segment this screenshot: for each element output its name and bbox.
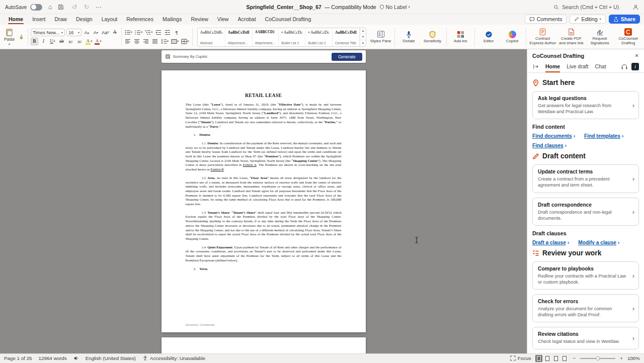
tab-references[interactable]: References [122, 15, 158, 25]
zoom-slider[interactable] [580, 355, 615, 361]
style-attachment-2[interactable]: AABBCCD1 Attachment... [253, 28, 279, 46]
shading-button[interactable]: ▾ [171, 38, 179, 45]
tab-mailings[interactable]: Mailings [158, 15, 187, 25]
copilot-button[interactable]: Copilot [501, 30, 524, 44]
superscript-button[interactable]: x2 [76, 38, 84, 45]
change-case-button[interactable]: Aa▾ [101, 29, 110, 36]
panel-tab-live-draft[interactable]: Live draft [567, 61, 588, 72]
link-find-documents[interactable]: Find documents› [532, 133, 575, 139]
collapse-panel-icon[interactable] [532, 63, 539, 70]
editing-mode-button[interactable]: Editing ▾ [570, 15, 605, 24]
style-bullet-list-1[interactable]: • AaBbCcDc Bullet List 1 [279, 28, 305, 46]
font-size-select[interactable]: 16▾ [66, 29, 82, 36]
card-ask-legal-questions[interactable]: Ask legal questions Get answers for lega… [532, 91, 639, 119]
tab-layout[interactable]: Layout [97, 15, 122, 25]
styles-pane-button[interactable]: Styles Pane [369, 30, 392, 44]
view-web-layout-icon[interactable] [544, 355, 551, 362]
gallery-up-icon[interactable]: ▲ [360, 28, 366, 34]
panel-tab-chat[interactable]: Chat [595, 61, 606, 72]
accessibility-status[interactable]: Accessibility: Unavailable [142, 355, 205, 361]
increase-indent-button[interactable] [164, 29, 172, 36]
support-headset-icon[interactable] [621, 63, 628, 70]
account-icon[interactable] [632, 4, 639, 11]
italic-button[interactable]: I [40, 38, 47, 45]
tab-acrobat[interactable]: Acrobat [233, 15, 260, 25]
decrease-indent-button[interactable] [155, 29, 163, 36]
redo-icon[interactable]: ↻ [82, 4, 91, 11]
font-color-button[interactable]: A▾ [94, 38, 102, 45]
link-find-clauses[interactable]: Find clauses› [532, 143, 567, 148]
contract-express-author-button[interactable]: Contract Express Author [529, 28, 556, 46]
info-icon[interactable]: i [631, 63, 639, 70]
paste-button[interactable]: Paste ▾ [2, 28, 17, 47]
style-bullet-list-2[interactable]: • AaBbCcDc Bullet List 2 [305, 28, 332, 46]
comments-button[interactable]: Comments [525, 15, 567, 24]
editor-button[interactable]: Editor [477, 30, 500, 44]
document-page-next[interactable] [162, 337, 366, 353]
underline-button[interactable]: U▾ [49, 38, 56, 45]
style-attachment-1[interactable]: AaBbCcDdI Attachment... [225, 28, 253, 46]
focus-mode-button[interactable]: Focus [510, 355, 531, 361]
link-draft-a-clause[interactable]: Draft a clause› [532, 240, 569, 245]
clear-formatting-button[interactable]: A [111, 29, 119, 36]
search-input[interactable] [561, 4, 627, 11]
card-review-citations[interactable]: Review citations Check legal status and … [532, 327, 639, 349]
card-compare-to-playbooks[interactable]: Compare to playbooks Redline your contra… [532, 261, 639, 290]
share-button[interactable]: Share [609, 15, 640, 24]
proofing-status-icon[interactable] [73, 355, 79, 361]
gallery-expand-icon[interactable]: ▼ [360, 40, 366, 46]
zoom-in-button[interactable]: + [620, 355, 623, 361]
page-indicator[interactable]: Page 1 of 25 [4, 355, 32, 361]
sensitivity-label-badge[interactable]: No Label ▾ [379, 4, 410, 10]
tab-cocounsel-drafting[interactable]: CoCounsel Drafting [261, 15, 316, 25]
format-painter-button[interactable] [18, 33, 25, 41]
link-modify-a-clause[interactable]: Modify a clause› [578, 240, 619, 245]
shrink-font-button[interactable]: A▾ [92, 29, 100, 36]
align-right-button[interactable] [142, 38, 150, 45]
card-draft-correspondence[interactable]: Draft correspondence Draft correspondenc… [532, 198, 639, 226]
tab-insert[interactable]: Insert [28, 15, 50, 25]
dictate-button[interactable]: Dictate [397, 30, 420, 44]
tab-home[interactable]: Home [4, 15, 28, 25]
addins-button[interactable]: Add-ins [449, 30, 472, 44]
borders-button[interactable]: ▾ [181, 38, 189, 45]
home-icon[interactable]: ⌂ [46, 4, 54, 11]
autosave-toggle[interactable] [30, 4, 42, 11]
sensitivity-button[interactable]: Sensitivity [421, 30, 444, 44]
document-canvas[interactable]: Summary By Copilot Generate RETAIL LEASE… [0, 49, 527, 353]
font-name-select[interactable]: Times New...▾ [31, 29, 65, 36]
card-update-contract-terms[interactable]: Update contract terms Create a contract … [532, 164, 639, 193]
tab-draw[interactable]: Draw [50, 15, 71, 25]
line-spacing-button[interactable]: ▾ [160, 38, 169, 45]
cocounsel-drafting-button[interactable]: CoCounsel Drafting [614, 28, 642, 46]
tab-review[interactable]: Review [186, 15, 212, 25]
undo-icon[interactable]: ↺ [70, 4, 78, 11]
bullets-button[interactable]: ▾ [124, 29, 133, 36]
style-centered-title[interactable]: AaBbCcDdI Centered Title [333, 28, 360, 46]
generate-button[interactable]: Generate [332, 53, 362, 61]
style-abstract[interactable]: AaBbCcDdEe Abstract [198, 28, 225, 46]
search-field[interactable] [553, 4, 627, 11]
close-icon[interactable]: ✕ [635, 53, 639, 58]
zoom-out-button[interactable]: − [573, 355, 576, 361]
card-check-for-errors[interactable]: Check for errors Analyze your document f… [532, 294, 639, 322]
more-commands-icon[interactable]: ··· [94, 4, 103, 11]
view-draft-icon[interactable] [561, 355, 568, 362]
save-icon[interactable] [58, 4, 66, 10]
text-highlight-button[interactable]: A▾ [85, 38, 93, 45]
link-find-templates[interactable]: Find templates› [584, 133, 623, 139]
gallery-down-icon[interactable]: ▼ [360, 34, 366, 40]
tab-design[interactable]: Design [71, 15, 97, 25]
view-print-layout-icon[interactable] [535, 355, 542, 362]
view-outline-icon[interactable] [552, 355, 559, 362]
document-page[interactable]: RETAIL LEASE This Lease (this “Lease”), … [162, 70, 366, 332]
justify-button[interactable] [151, 38, 159, 45]
bold-button[interactable]: B [31, 38, 38, 45]
language-indicator[interactable]: English (United States) [86, 355, 136, 361]
grow-font-button[interactable]: A▴ [83, 29, 91, 36]
subscript-button[interactable]: x2 [67, 38, 74, 45]
numbering-button[interactable]: ▾ [134, 29, 143, 36]
align-left-button[interactable] [124, 38, 132, 45]
word-count[interactable]: 12964 words [39, 355, 67, 361]
strikethrough-button[interactable]: ab [58, 38, 65, 45]
